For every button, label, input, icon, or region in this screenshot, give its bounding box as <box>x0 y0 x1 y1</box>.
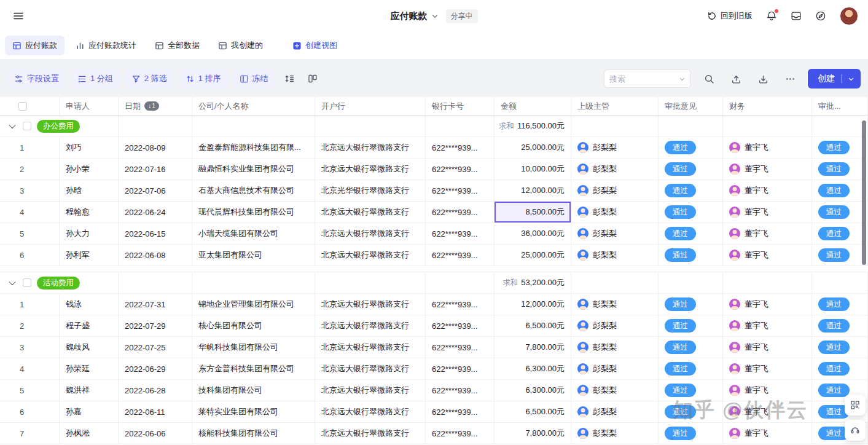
cell-bank[interactable]: 北京远大银行翠微路支行 <box>315 245 426 266</box>
cell-bank[interactable]: 北京远大银行翠微路支行 <box>315 315 426 337</box>
col-header-company[interactable]: 公司/个人名称 <box>192 97 315 116</box>
chevron-down-icon[interactable] <box>848 76 854 82</box>
row-index[interactable]: 5 <box>0 223 60 245</box>
tab-created-by-me[interactable]: 我创建的 <box>211 36 270 55</box>
cell-card[interactable]: 622****939... <box>426 358 495 380</box>
user-avatar[interactable] <box>840 7 858 25</box>
cell-company[interactable]: 技科集团有限公司 <box>192 380 315 401</box>
download-button[interactable] <box>754 69 772 88</box>
col-header-date[interactable]: 日期 ↓1 <box>119 97 192 116</box>
row-index[interactable]: 3 <box>0 337 60 358</box>
cell-approval[interactable]: 通过 <box>659 245 723 266</box>
hamburger-menu-icon[interactable] <box>10 7 27 25</box>
row-index[interactable]: 1 <box>0 294 60 315</box>
cell-approval[interactable]: 通过 <box>659 137 723 159</box>
cell-finance[interactable]: 董宇飞 <box>723 401 812 423</box>
cell-bank[interactable]: 北京远大银行翠微路支行 <box>315 223 426 245</box>
cell-bank[interactable]: 北京远大银行翠微路支行 <box>315 294 426 315</box>
cell-approval2[interactable]: 通过 <box>812 137 868 159</box>
cell-approval[interactable]: 通过 <box>659 423 723 444</box>
cell-approval[interactable]: 通过 <box>659 202 723 223</box>
cell-supervisor[interactable]: 彭梨梨 <box>571 315 659 337</box>
cell-finance[interactable]: 董宇飞 <box>723 294 812 315</box>
cell-approval2[interactable]: 通过 <box>812 159 868 180</box>
cell-company[interactable]: 莱特实业集团有限公司 <box>192 401 315 423</box>
cell-company[interactable]: 融鼎恒科实业集团有限公司 <box>192 159 315 180</box>
qr-code-button[interactable] <box>845 395 866 415</box>
tab-all-data[interactable]: 全部数据 <box>147 36 207 55</box>
cell-approval2[interactable]: 通过 <box>812 180 868 202</box>
group-name-badge[interactable]: 办公费用 <box>37 120 80 133</box>
cell-amount[interactable]: 6,500.00元 <box>495 401 571 423</box>
cell-company[interactable]: 锦地企业管理集团有限公司 <box>192 294 315 315</box>
cell-date[interactable]: 2022-06-08 <box>119 245 192 266</box>
cell-card[interactable]: 622****939... <box>426 294 495 315</box>
cell-date[interactable]: 2022-07-25 <box>119 337 192 358</box>
cell-company[interactable]: 华帆科技集团有限公司 <box>192 337 315 358</box>
cell-approval2[interactable]: 通过 <box>812 315 868 337</box>
cell-applicant[interactable]: 钱泳 <box>60 294 119 315</box>
cell-supervisor[interactable]: 彭梨梨 <box>571 245 659 266</box>
group-checkbox[interactable] <box>23 122 31 130</box>
cell-date[interactable]: 2022-06-11 <box>119 401 192 423</box>
cell-finance[interactable]: 董宇飞 <box>723 159 812 180</box>
cell-applicant[interactable]: 魏歧风 <box>60 337 119 358</box>
cell-card[interactable]: 622****939... <box>426 315 495 337</box>
cell-card[interactable]: 622****939... <box>426 245 495 266</box>
group-button[interactable]: 1 分组 <box>71 69 120 88</box>
cell-amount[interactable]: 25,000.00元 <box>495 137 571 159</box>
cell-bank[interactable]: 北京远大银行翠微路支行 <box>315 202 426 223</box>
cell-supervisor[interactable]: 彭梨梨 <box>571 223 659 245</box>
cell-card[interactable]: 622****939... <box>426 137 495 159</box>
cell-card[interactable]: 622****939... <box>426 180 495 202</box>
cell-date[interactable]: 2022-08-09 <box>119 137 192 159</box>
cell-approval2[interactable]: 通过 <box>812 358 868 380</box>
chevron-down-icon[interactable] <box>431 12 439 20</box>
cell-date[interactable]: 2022-06-24 <box>119 202 192 223</box>
cell-company[interactable]: 现代晨辉科技集团有限公司 <box>192 202 315 223</box>
cell-company[interactable]: 亚太集团有限公司 <box>192 245 315 266</box>
cell-approval[interactable]: 通过 <box>659 315 723 337</box>
cell-amount[interactable]: 7,800.00元 <box>495 337 571 358</box>
cell-finance[interactable]: 董宇飞 <box>723 358 812 380</box>
cell-date[interactable]: 2022-07-29 <box>119 315 192 337</box>
cell-date[interactable]: 2022-06-15 <box>119 223 192 245</box>
filter-button[interactable]: 2 筛选 <box>125 69 174 88</box>
cell-amount[interactable]: 6,300.00元 <box>495 380 571 401</box>
cell-supervisor[interactable]: 彭梨梨 <box>571 294 659 315</box>
cell-approval2[interactable]: 通过 <box>812 223 868 245</box>
notifications-bell-icon[interactable] <box>766 10 777 22</box>
row-index[interactable]: 2 <box>0 159 60 180</box>
cell-amount[interactable]: 7,800.00元 <box>495 423 571 444</box>
cell-amount[interactable]: 12,000.00元 <box>495 294 571 315</box>
cell-amount[interactable]: 8,500.00元 <box>495 202 571 223</box>
cell-bank[interactable]: 北京远大银行翠微路支行 <box>315 401 426 423</box>
cell-applicant[interactable]: 魏洪祥 <box>60 380 119 401</box>
row-index[interactable]: 4 <box>0 358 60 380</box>
col-header-supervisor[interactable]: 上级主管 <box>571 97 659 116</box>
group-checkbox[interactable] <box>23 278 31 287</box>
create-view-button[interactable]: 创建视图 <box>285 36 345 55</box>
row-index[interactable]: 2 <box>0 315 60 337</box>
cell-amount[interactable]: 36,000.00元 <box>495 223 571 245</box>
cell-date[interactable]: 2022-07-16 <box>119 159 192 180</box>
search-input-box[interactable] <box>604 69 691 88</box>
chevron-down-icon[interactable] <box>679 76 686 82</box>
select-all-checkbox[interactable] <box>18 102 27 111</box>
row-index[interactable]: 6 <box>0 245 60 266</box>
cell-bank[interactable]: 北京远大银行翠微路支行 <box>315 358 426 380</box>
cell-finance[interactable]: 董宇飞 <box>723 337 812 358</box>
cell-company[interactable]: 小瑞天缆集团有限公司 <box>192 223 315 245</box>
cell-approval2[interactable]: 通过 <box>812 337 868 358</box>
cell-card[interactable]: 622****939... <box>426 337 495 358</box>
cell-amount[interactable]: 6,500.00元 <box>495 315 571 337</box>
cell-supervisor[interactable]: 彭梨梨 <box>571 180 659 202</box>
support-button[interactable] <box>845 420 866 441</box>
cell-bank[interactable]: 北京远大银行翠微路支行 <box>315 337 426 358</box>
cell-applicant[interactable]: 孙晗 <box>60 180 119 202</box>
cell-applicant[interactable]: 刘巧 <box>60 137 119 159</box>
cell-finance[interactable]: 董宇飞 <box>723 223 812 245</box>
col-header-finance[interactable]: 财务 <box>723 97 812 116</box>
cell-bank[interactable]: 北京远大银行翠微路支行 <box>315 380 426 401</box>
back-to-old-version-button[interactable]: 回到旧版 <box>707 10 753 22</box>
